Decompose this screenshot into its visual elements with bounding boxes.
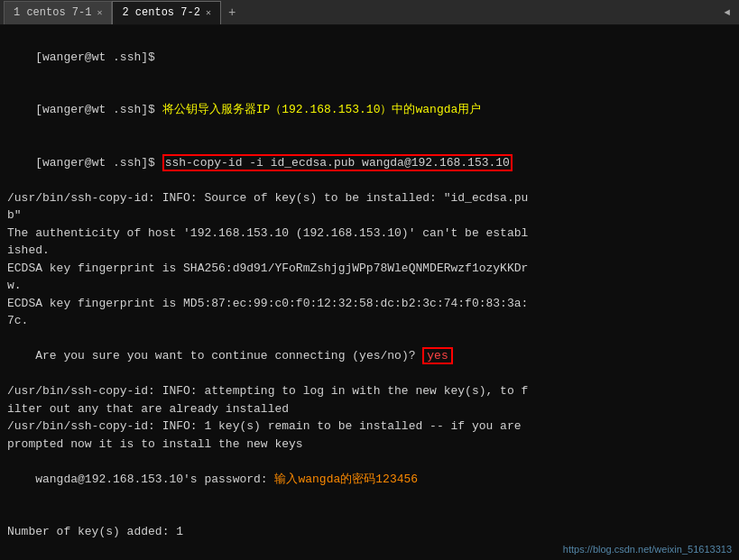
line-2: [wanger@wt .ssh]$ 将公钥导入服务器IP（192.168.153… [7,84,732,137]
prompt-text-2: [wanger@wt .ssh]$ [35,103,162,116]
boxed-command: ssh-copy-id -i id_ecdsa.pub wangda@192.1… [162,154,513,171]
title-bar: 1 centos 7-1 ✕ 2 centos 7-2 ✕ + ◄ [0,0,739,25]
tab-close-1[interactable]: ✕ [97,7,102,18]
line-9: w. [7,277,732,295]
line-blank-1 [7,506,732,524]
line-12: /usr/bin/ssh-copy-id: INFO: attempting t… [7,382,732,400]
line-10: ECDSA key fingerprint is MD5:87:ec:99:c0… [7,295,732,313]
line-8: ECDSA key fingerprint is SHA256:d9d91/YF… [7,260,732,278]
tab-centos7-1[interactable]: 1 centos 7-1 ✕ [4,1,112,24]
line-5: b" [7,207,732,225]
line-6: The authenticity of host '192.168.153.10… [7,225,732,243]
line-13: ilter out any that are already installed [7,400,732,418]
scroll-arrow: ◄ [718,7,735,18]
password-annotation: 输入wangda的密码123456 [274,473,418,486]
prompt-text: [wanger@wt .ssh]$ [35,50,162,64]
line-keys-added: Number of key(s) added: 1 [7,523,732,541]
tab-centos7-2[interactable]: 2 centos 7-2 ✕ [112,1,220,24]
tab-label-2: 2 centos 7-2 [122,6,199,19]
prompt-text-3: [wanger@wt .ssh]$ [35,156,162,170]
line-14: /usr/bin/ssh-copy-id: INFO: 1 key(s) rem… [7,418,732,436]
comment-yellow: 将公钥导入服务器IP（192.168.153.10）中的wangda用户 [162,103,482,116]
watermark: https://blog.csdn.net/weixin_51613313 [563,544,732,555]
line-4: /usr/bin/ssh-copy-id: INFO: Source of ke… [7,189,732,207]
password-prompt-text: wangda@192.168.153.10's password: [35,473,274,486]
line-1: [wanger@wt .ssh]$ [7,31,732,84]
line-15: prompted now it is to install the new ke… [7,436,732,454]
plus-icon: + [228,5,236,20]
yes-prompt-text: Are you sure you want to continue connec… [35,349,422,363]
yes-answer: yes [422,347,452,364]
line-11: 7c. [7,312,732,330]
line-password: wangda@192.168.153.10's password: 输入wang… [7,453,732,506]
line-3: [wanger@wt .ssh]$ ssh-copy-id -i id_ecds… [7,136,732,189]
tab-add-button[interactable]: + [221,1,243,24]
tab-close-2[interactable]: ✕ [206,7,211,18]
line-7: ished. [7,242,732,260]
tab-label-1: 1 centos 7-1 [14,6,91,19]
terminal: [wanger@wt .ssh]$ [wanger@wt .ssh]$ 将公钥导… [0,25,739,560]
line-yes: Are you sure you want to continue connec… [7,330,732,383]
